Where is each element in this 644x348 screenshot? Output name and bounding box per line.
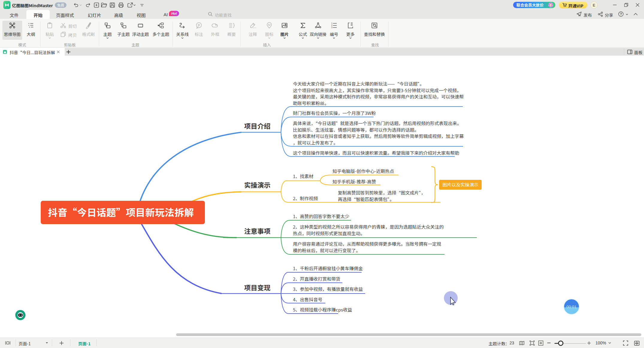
svg-text:抖音“今日话题”项目新玩法拆解: 抖音“今日话题”项目新玩法拆解 bbox=[48, 205, 194, 219]
svg-text:具体来说，“今日话题”就是选择一个当下热门的话题，然后用视频: 具体来说，“今日话题”就是选择一个当下热门的话题，然后用视频的形式表现出来。 bbox=[293, 120, 462, 126]
svg-text:5、视频挂载小程序赚cps收益: 5、视频挂载小程序赚cps收益 bbox=[293, 306, 352, 313]
svg-text:复制高赞回答到剪映里，选择“图文成片”，: 复制高赞回答到剪映里，选择“图文成片”， bbox=[338, 189, 426, 196]
svg-text:知乎手机版-推荐-高赞: 知乎手机版-推荐-高赞 bbox=[332, 178, 376, 185]
svg-text:2、开直播收打赏和带货: 2、开直播收打赏和带货 bbox=[293, 276, 340, 282]
svg-text:注意事项: 注意事项 bbox=[244, 226, 270, 235]
svg-text:这个项目操作简单快速，而且可以快速积累流量。希望我接下来的介: 这个项目操作简单快速，而且可以快速积累流量。希望我接下来的介绍对大家有帮助 bbox=[293, 150, 459, 156]
svg-text:4、出售抖音号: 4、出售抖音号 bbox=[293, 296, 322, 303]
svg-text:信息和素材可以在抖音或者知乎上获取。然后用剪映等软件简单剪辑: 信息和素材可以在抖音或者知乎上获取。然后用剪映等软件简单剪辑成视频，加上字幕 bbox=[293, 133, 464, 139]
svg-text:再选择“智能匹配表情包”。: 再选择“智能匹配表情包”。 bbox=[338, 196, 394, 202]
svg-text:，就可以上传发布了。: ，就可以上传发布了。 bbox=[293, 139, 338, 146]
svg-text:知乎电脑版-创作中心-近期热点: 知乎电脑版-创作中心-近期热点 bbox=[332, 168, 394, 174]
svg-text:助账号积累粉丝。: 助账号积累粉丝。 bbox=[293, 100, 329, 106]
svg-text:1、找素材: 1、找素材 bbox=[293, 173, 313, 179]
svg-text:00:01: 00:01 bbox=[566, 305, 577, 309]
svg-text:实操演示: 实操演示 bbox=[244, 180, 270, 189]
svg-text:2、这种类型的视频之所以容易获得用户的青睐，是因为选题贴近大: 2、这种类型的视频之所以容易获得用户的青睐，是因为选题贴近大众关注的 bbox=[293, 224, 444, 230]
svg-text:用户很容易通过评论互动，从而帮助视频获得更多曝光。当账号拥有: 用户很容易通过评论互动，从而帮助视频获得更多曝光。当账号拥有一定规 bbox=[293, 241, 441, 247]
svg-text:图片以及实操演示: 图片以及实操演示 bbox=[442, 181, 478, 188]
svg-text:3、参加中视频，有播放量就有收益: 3、参加中视频，有播放量就有收益 bbox=[293, 286, 363, 292]
svg-text:比如娱乐、生活炫富、情感问题等等，都可以作为选择的话题。: 比如娱乐、生活炫富、情感问题等等，都可以作为选择的话题。 bbox=[293, 127, 419, 133]
svg-text:今天给大家介绍一个近期在抖音上火爆的新玩法——“今日话题”。: 今天给大家介绍一个近期在抖音上火爆的新玩法——“今日话题”。 bbox=[293, 80, 424, 87]
svg-text:1、高赞的回答字数不要太少: 1、高赞的回答字数不要太少 bbox=[293, 213, 349, 219]
svg-text:1、千粉后开通橱窗挂小黄车赚佣金: 1、千粉后开通橱窗挂小黄车赚佣金 bbox=[293, 265, 363, 271]
svg-text:财门社群有位会员实操，一个月涨了3W粉: 财门社群有位会员实操，一个月涨了3W粉 bbox=[293, 110, 376, 116]
svg-text:项目介绍: 项目介绍 bbox=[244, 121, 270, 130]
svg-text:最关键的是，采用这种模式制作的视频，非常容易获得用户的关注和: 最关键的是，采用这种模式制作的视频，非常容易获得用户的关注和互动，可以快速帮 bbox=[293, 93, 464, 100]
svg-text:热点，同时视频形式更加直观生动。: 热点，同时视频形式更加直观生动。 bbox=[293, 230, 365, 236]
svg-text:项目变现: 项目变现 bbox=[244, 282, 270, 292]
svg-text:模的粉丝后，就可以进行变现了。: 模的粉丝后，就可以进行变现了。 bbox=[293, 247, 360, 253]
svg-text:这个项目听起来很高大上，其实操作非常简单，只需要3-5分钟就: 这个项目听起来很高大上，其实操作非常简单，只需要3-5分钟就可以完成一个视频。 bbox=[293, 87, 461, 93]
svg-text:2、制作视频: 2、制作视频 bbox=[293, 195, 318, 201]
